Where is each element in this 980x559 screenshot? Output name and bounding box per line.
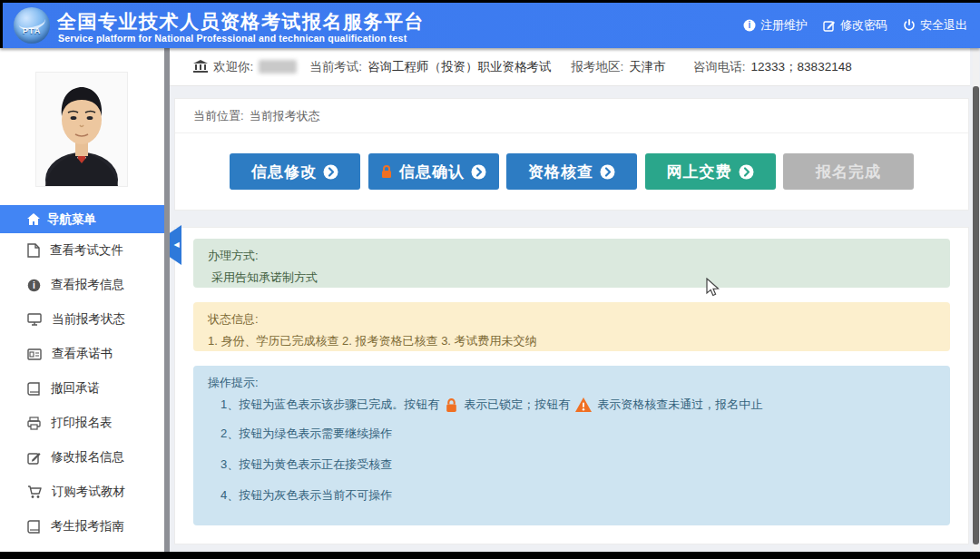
sidebar-divider [164,48,170,552]
app-header: PTA 全国专业技术人员资格考试报名服务平台 Service platform … [0,3,980,48]
printer-icon [27,417,41,430]
cart-icon [27,485,42,499]
app-subtitle: Service platform for National Profession… [58,33,407,44]
breadcrumb: 当前位置: 当前报考状态 [175,99,968,133]
bank-icon [193,60,208,74]
logo-text: PTA [14,26,50,35]
nav-menu: 查看考试文件 i 查看报考信息 当前报考状态 查看承诺书 撤回承诺 打印报名表 [0,233,164,544]
status-title: 状态信息: [208,311,936,328]
scrollbar-thumb[interactable] [973,86,979,544]
sidebar-item-exam-files[interactable]: 查看考试文件 [0,233,164,268]
lock-icon [380,164,393,179]
tip-item-1: 1、按钮为蓝色表示该步骤已完成。按钮有 表示已锁定；按钮有 表示资格核查未通过，… [220,397,936,413]
phone-value: 12333；83832148 [751,59,852,75]
register-maintain-link[interactable]: i 注册维护 [743,17,808,34]
book-icon [27,382,41,396]
id-card-icon [27,348,42,360]
tips-panel: 操作提示: 1、按钮为蓝色表示该步骤已完成。按钮有 表示已锁定；按钮有 表示资格… [193,366,950,525]
arrow-circle-icon [600,164,615,180]
monitor-icon [27,313,42,326]
frame-bottom-bar [0,552,980,559]
edit-square-icon [27,451,41,465]
step-info-confirm-button[interactable]: 信息确认 [368,153,499,190]
current-exam-label: 当前考试: [309,59,362,75]
status-body: 1. 身份、学历已完成核查 2. 报考资格已核查 3. 考试费用未交纳 [208,333,936,349]
arrow-circle-icon [323,164,338,180]
warning-triangle-icon [575,397,592,412]
arrow-circle-icon [739,164,754,180]
status-card: 当前位置: 当前报考状态 信息修改 信息确认 资格核查 网上交 [174,98,969,211]
step-online-payment-button[interactable]: 网上交费 [645,153,776,190]
step-info-modify-button[interactable]: 信息修改 [230,153,360,190]
step-registration-complete-button: 报名完成 [783,153,914,190]
tip-item-2: 2、按钮为绿色表示需要继续操作 [220,426,936,442]
lock-icon [445,397,458,413]
arrow-circle-icon [471,164,486,180]
sidebar: 导航菜单 查看考试文件 i 查看报考信息 当前报考状态 查看承诺书 撤回承诺 [0,48,164,552]
scrollbar-track[interactable] [973,48,979,552]
application-window: PTA 全国专业技术人员资格考试报名服务平台 Service platform … [0,0,980,559]
welcome-label: 欢迎你: [213,59,253,75]
step-buttons-row: 信息修改 信息确认 资格核查 网上交费 报名完成 [175,133,968,210]
step-qualification-check-button[interactable]: 资格核查 [506,153,637,190]
region-label: 报考地区: [572,59,624,75]
header-links: i 注册维护 修改密码 安全退出 [743,3,967,48]
svg-text:i: i [33,280,35,290]
change-password-link[interactable]: 修改密码 [823,17,887,34]
main-content: 欢迎你: 当前考试: 咨询工程师（投资）职业资格考试 报考地区: 天津市 咨询电… [170,48,980,552]
sidebar-item-application-info[interactable]: i 查看报考信息 [0,268,164,302]
document-icon [27,243,40,258]
candidate-photo [36,73,127,186]
method-body: 采用告知承诺制方式 [208,270,936,286]
tips-title: 操作提示: [208,375,936,391]
region-value: 天津市 [629,59,666,75]
sidebar-item-order-materials[interactable]: 订购考试教材 [0,475,164,509]
current-exam-value: 咨询工程师（投资）职业资格考试 [368,59,552,75]
breadcrumb-current: 当前报考状态 [250,108,320,124]
app-title: 全国专业技术人员资格考试报名服务平台 [57,9,425,34]
info-panels-card: 办理方式: 采用告知承诺制方式 状态信息: 1. 身份、学历已完成核查 2. 报… [174,227,969,544]
tip-item-4: 4、按钮为灰色表示当前不可操作 [220,487,936,504]
info-circle-icon: i [743,19,756,32]
method-panel: 办理方式: 采用告知承诺制方式 [193,239,950,288]
masked-username [259,60,297,74]
method-title: 办理方式: [208,248,936,264]
portrait-graphic [36,73,127,186]
tip-item-3: 3、按钮为黄色表示正在接受核查 [220,456,936,473]
sidebar-item-modify-info[interactable]: 修改报名信息 [0,440,164,475]
nav-menu-header: 导航菜单 [0,205,164,233]
pta-logo: PTA [14,7,50,44]
sidebar-item-candidate-guide[interactable]: 考生报考指南 [0,509,164,544]
breadcrumb-label: 当前位置: [193,108,244,124]
svg-text:i: i [749,20,751,30]
home-icon [27,213,40,225]
sidebar-item-current-status[interactable]: 当前报考状态 [0,302,164,337]
chevron-left-icon: ◀ [173,241,179,249]
power-icon [903,19,916,32]
sidebar-item-withdraw-commitment[interactable]: 撤回承诺 [0,371,164,406]
status-panel: 状态信息: 1. 身份、学历已完成核查 2. 报考资格已核查 3. 考试费用未交… [193,302,950,351]
phone-label: 咨询电话: [693,59,746,75]
safe-logout-link[interactable]: 安全退出 [903,17,967,34]
edit-icon [823,19,836,32]
sidebar-item-print-form[interactable]: 打印报名表 [0,406,164,440]
user-info-bar: 欢迎你: 当前考试: 咨询工程师（投资）职业资格考试 报考地区: 天津市 咨询电… [170,48,970,86]
sidebar-item-commitment-letter[interactable]: 查看承诺书 [0,337,164,371]
guide-book-icon [27,520,41,534]
info-icon: i [27,279,41,292]
frame-top-bar [0,0,980,3]
